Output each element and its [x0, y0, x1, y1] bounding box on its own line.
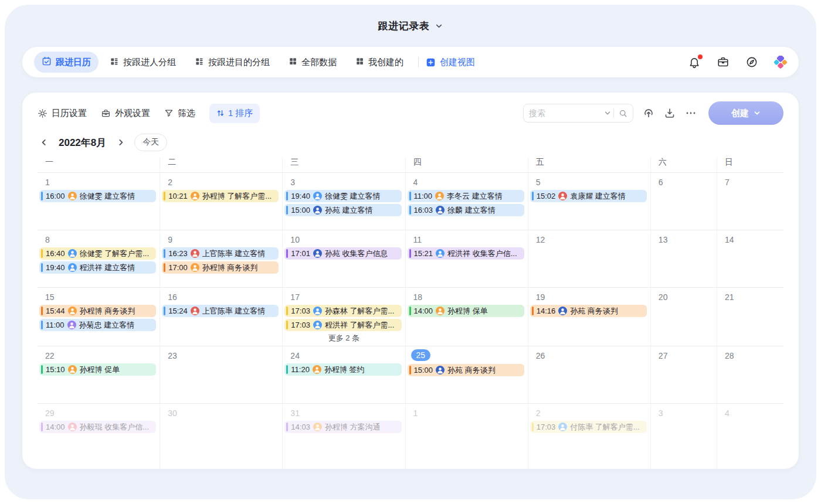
calendar-day-cell[interactable]: 26: [528, 346, 651, 403]
calendar-day-cell[interactable]: 116:00徐健雯 建立客情: [38, 173, 160, 230]
calendar-day-cell[interactable]: 28: [717, 346, 783, 403]
tab-1[interactable]: 按跟进人分组: [102, 52, 184, 73]
calendar-event[interactable]: 14:03孙程博 方案沟通: [284, 421, 401, 433]
calendar-day-cell[interactable]: 21: [717, 288, 783, 346]
calendar-day-cell[interactable]: 210:21孙程博 了解客户需...: [160, 173, 283, 230]
calendar-day-cell[interactable]: 1: [406, 404, 528, 469]
calendar-event[interactable]: 15:21程洪祥 收集客户信...: [408, 247, 524, 260]
calendar-event[interactable]: 15:00孙苑 建立客情: [284, 204, 401, 216]
calendar-event[interactable]: 14:00孙程博 保单: [408, 305, 524, 317]
calendar-event[interactable]: 15:02袁康耀 建立客情: [530, 190, 647, 202]
calendar-day-cell[interactable]: 14: [717, 230, 783, 287]
avatar: [558, 192, 567, 200]
share-upload-icon[interactable]: [643, 107, 654, 119]
calendar-day-cell[interactable]: 20: [651, 288, 717, 346]
appearance-settings-button[interactable]: 外观设置: [101, 108, 150, 119]
calendar-day-cell[interactable]: 7: [717, 173, 783, 230]
search-input[interactable]: [529, 108, 604, 118]
avatar: [68, 307, 77, 315]
next-month-button[interactable]: [114, 136, 127, 149]
calendar-day-cell[interactable]: 3: [651, 404, 717, 469]
event-title: 孙毅琨 收集客户信...: [80, 422, 149, 433]
funnel-icon: [164, 108, 174, 118]
discover-compass-icon[interactable]: [745, 56, 758, 69]
search-icon[interactable]: [619, 109, 627, 118]
calendar-event[interactable]: 17:03付陈率 了解客户需...: [530, 421, 647, 433]
calendar-day-cell[interactable]: 23: [160, 346, 283, 403]
calendar-event[interactable]: 16:00徐健雯 建立客情: [39, 190, 156, 202]
tab-3[interactable]: 全部数据: [281, 52, 344, 73]
calendar-day-cell[interactable]: 2515:00孙苑 商务谈判: [406, 346, 528, 403]
calendar-day-cell[interactable]: 217:03付陈率 了解客户需...: [528, 404, 651, 469]
calendar-event[interactable]: 11:00孙菊忠 建立客情: [39, 319, 156, 331]
calendar-event[interactable]: 16:03徐麟 建立客情: [408, 204, 524, 216]
event-title: 徐健雯 建立客情: [80, 191, 135, 202]
app-logo[interactable]: [774, 56, 787, 69]
calendar-day-cell[interactable]: 2215:10孙程博 促单: [38, 346, 160, 403]
calendar-day-cell[interactable]: 1515:44孙程博 商务谈判11:00孙菊忠 建立客情: [38, 288, 160, 346]
download-icon[interactable]: [664, 107, 676, 119]
notification-bell-icon[interactable]: [688, 56, 701, 69]
workbench-briefcase-icon[interactable]: [717, 56, 730, 69]
calendar-day-cell[interactable]: 515:02袁康耀 建立客情: [528, 173, 651, 230]
calendar-event[interactable]: 14:00孙毅琨 收集客户信...: [39, 421, 156, 433]
calendar-day-cell[interactable]: 1017:01孙苑 收集客户信息: [283, 230, 405, 287]
event-color-bar: [41, 321, 43, 329]
calendar-event[interactable]: 10:21孙程博 了解客户需...: [162, 190, 279, 202]
calendar-day-cell[interactable]: 2411:20孙程博 签约: [283, 346, 405, 403]
calendar-event[interactable]: 16:40徐健雯 了解客户需...: [39, 247, 156, 260]
calendar-event[interactable]: 17:00孙程博 商务谈判: [162, 261, 279, 274]
day-events: 14:00孙程博 保单: [406, 305, 528, 317]
calendar-event[interactable]: 15:10孙程博 促单: [39, 363, 156, 376]
calendar-day-cell[interactable]: 27: [651, 346, 717, 403]
calendar-event[interactable]: 19:40程洪祥 建立客情: [39, 261, 156, 274]
calendar-day-cell[interactable]: 411:00李冬云 建立客情16:03徐麟 建立客情: [406, 173, 528, 230]
calendar-event[interactable]: 17:01孙苑 收集客户信息: [284, 247, 401, 260]
calendar-day-cell[interactable]: 4: [717, 404, 783, 469]
calendar-day-cell[interactable]: 1914:16孙苑 商务谈判: [528, 288, 651, 346]
calendar-event[interactable]: 17:03孙森林 了解客户需...: [284, 305, 401, 317]
calendar-event[interactable]: 11:00李冬云 建立客情: [408, 190, 524, 202]
day-events: 15:10孙程博 促单: [38, 363, 160, 376]
calendar-event[interactable]: 14:16孙苑 商务谈判: [530, 305, 647, 317]
tab-0[interactable]: 跟进日历: [34, 52, 99, 73]
calendar-event[interactable]: 16:23上官陈率 建立客情: [162, 247, 279, 260]
more-ellipsis-icon[interactable]: [685, 107, 697, 119]
calendar-day-cell[interactable]: 6: [651, 173, 717, 230]
create-view-button[interactable]: 创建视图: [426, 57, 475, 68]
calendar-settings-button[interactable]: 日历设置: [38, 108, 87, 119]
calendar-day-cell[interactable]: 816:40徐健雯 了解客户需...19:40程洪祥 建立客情: [38, 230, 160, 287]
day-number: 16: [160, 288, 282, 302]
more-events-link[interactable]: 更多 2 条: [283, 333, 405, 343]
chevron-down-icon[interactable]: [604, 110, 611, 117]
calendar-day-cell[interactable]: 30: [160, 404, 283, 469]
calendar-day-cell[interactable]: 1814:00孙程博 保单: [406, 288, 528, 346]
calendar-event[interactable]: 15:44孙程博 商务谈判: [39, 305, 156, 317]
calendar-event[interactable]: 15:24上官陈率 建立客情: [162, 305, 279, 317]
create-button[interactable]: 创建: [708, 101, 783, 125]
calendar-day-cell[interactable]: 1615:24上官陈率 建立客情: [160, 288, 283, 346]
tab-4[interactable]: 我创建的: [348, 52, 411, 73]
prev-month-button[interactable]: [38, 136, 50, 149]
calendar-event[interactable]: 17:03程洪祥 了解客户需...: [284, 319, 401, 331]
calendar-event[interactable]: 15:00孙苑 商务谈判: [408, 364, 524, 376]
calendar-day-cell[interactable]: 3114:03孙程博 方案沟通: [283, 404, 405, 469]
event-time: 17:01: [291, 249, 310, 258]
gear-icon: [38, 108, 48, 118]
window-title-row[interactable]: 跟进记录表: [5, 5, 816, 47]
calendar-event[interactable]: 11:20孙程博 签约: [284, 363, 401, 376]
sort-button[interactable]: 1 排序: [209, 104, 260, 123]
calendar-day-cell[interactable]: 1115:21程洪祥 收集客户信...: [406, 230, 528, 287]
calendar-event[interactable]: 19:40徐健雯 建立客情: [284, 190, 401, 202]
tab-2[interactable]: 按跟进目的分组: [187, 52, 277, 73]
calendar-day-cell[interactable]: 319:40徐健雯 建立客情15:00孙苑 建立客情: [283, 173, 405, 230]
filter-button[interactable]: 筛选: [164, 108, 195, 119]
calendar-day-cell[interactable]: 12: [528, 230, 651, 287]
event-title: 李冬云 建立客情: [447, 191, 503, 202]
calendar-day-cell[interactable]: 1717:03孙森林 了解客户需...17:03程洪祥 了解客户需...更多 2…: [283, 288, 405, 346]
calendar-day-cell[interactable]: 916:23上官陈率 建立客情17:00孙程博 商务谈判: [160, 230, 283, 287]
calendar-day-cell[interactable]: 13: [651, 230, 717, 287]
calendar-day-cell[interactable]: 2914:00孙毅琨 收集客户信...: [38, 404, 160, 469]
today-button[interactable]: 今天: [134, 134, 167, 151]
search-box[interactable]: [523, 104, 633, 122]
